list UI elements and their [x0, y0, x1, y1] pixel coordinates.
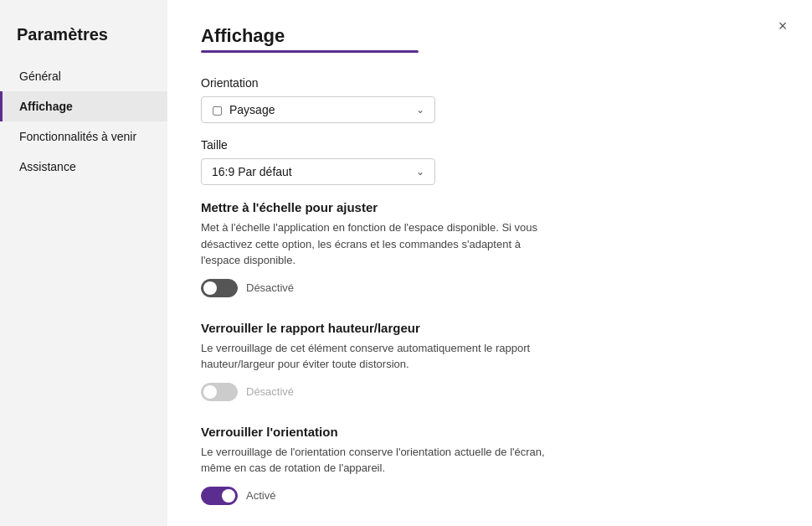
scale-title: Mettre à l'échelle pour ajuster — [201, 200, 779, 214]
sidebar: Paramètres Général Affichage Fonctionnal… — [0, 0, 167, 526]
page-title: Affichage — [201, 25, 779, 47]
taille-dropdown-left: 16:9 Par défaut — [212, 165, 292, 178]
sidebar-item-affichage[interactable]: Affichage — [0, 91, 167, 121]
taille-selected: 16:9 Par défaut — [212, 165, 292, 178]
sidebar-title: Paramètres — [0, 17, 167, 61]
settings-modal: Paramètres Général Affichage Fonctionnal… — [0, 0, 812, 526]
taille-dropdown[interactable]: 16:9 Par défaut ⌄ — [201, 158, 435, 185]
lock-orientation-toggle-label: Activé — [246, 489, 275, 502]
scale-toggle-thumb — [203, 281, 217, 295]
orientation-dropdown[interactable]: ▢ Paysage ⌄ — [201, 96, 435, 123]
lock-ratio-toggle-thumb — [203, 385, 217, 399]
lock-ratio-toggle-row: Désactivé — [201, 383, 779, 401]
lock-orientation-toggle-row: Activé — [201, 487, 779, 505]
scale-section: Mettre à l'échelle pour ajuster Met à l'… — [201, 200, 779, 297]
sidebar-item-general[interactable]: Général — [0, 61, 167, 91]
lock-ratio-title: Verrouiller le rapport hauteur/largeur — [201, 321, 779, 335]
scale-toggle-label: Désactivé — [246, 281, 294, 294]
scale-toggle[interactable] — [201, 279, 238, 297]
scale-description: Met à l'échelle l'application en fonctio… — [201, 219, 552, 269]
lock-ratio-toggle[interactable] — [201, 383, 238, 401]
orientation-chevron-icon: ⌄ — [416, 104, 424, 116]
lock-ratio-section: Verrouiller le rapport hauteur/largeur L… — [201, 321, 779, 401]
taille-label: Taille — [201, 138, 779, 152]
scale-toggle-row: Désactivé — [201, 279, 779, 297]
sidebar-item-fonctionnalites[interactable]: Fonctionnalités à venir — [0, 121, 167, 152]
orientation-dropdown-left: ▢ Paysage — [212, 103, 275, 116]
orientation-label: Orientation — [201, 76, 779, 90]
lock-orientation-toggle[interactable] — [201, 487, 238, 505]
lock-orientation-section: Verrouiller l'orientation Le verrouillag… — [201, 425, 779, 505]
sidebar-item-assistance[interactable]: Assistance — [0, 152, 167, 182]
lock-orientation-toggle-thumb — [222, 489, 235, 503]
close-button[interactable]: × — [770, 13, 795, 39]
orientation-icon: ▢ — [212, 103, 223, 116]
title-underline — [201, 50, 419, 53]
lock-ratio-description: Le verrouillage de cet élément conserve … — [201, 340, 552, 373]
lock-orientation-description: Le verrouillage de l'orientation conserv… — [201, 444, 552, 477]
taille-chevron-icon: ⌄ — [416, 166, 424, 178]
lock-ratio-toggle-label: Désactivé — [246, 385, 294, 398]
main-content: × Affichage Orientation ▢ Paysage ⌄ Tail… — [167, 0, 812, 526]
lock-orientation-toggle-track — [201, 487, 238, 505]
orientation-selected: Paysage — [229, 103, 275, 116]
scale-toggle-track — [201, 279, 238, 297]
lock-ratio-toggle-track — [201, 383, 238, 401]
lock-orientation-title: Verrouiller l'orientation — [201, 425, 779, 439]
